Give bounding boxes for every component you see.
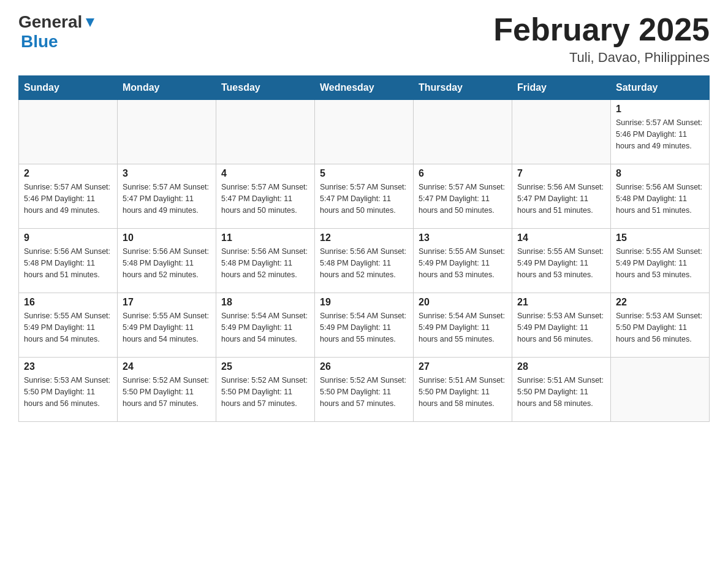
calendar-cell: 5Sunrise: 5:57 AM Sunset: 5:47 PM Daylig… <box>315 164 414 229</box>
svg-marker-0 <box>86 18 94 27</box>
logo-arrow-icon <box>83 16 97 29</box>
day-number: 11 <box>221 232 309 243</box>
day-info: Sunrise: 5:56 AM Sunset: 5:48 PM Dayligh… <box>221 246 309 280</box>
col-wednesday: Wednesday <box>315 76 414 100</box>
calendar-cell: 3Sunrise: 5:57 AM Sunset: 5:47 PM Daylig… <box>118 164 216 229</box>
calendar-cell: 22Sunrise: 5:53 AM Sunset: 5:50 PM Dayli… <box>611 293 710 358</box>
day-number: 8 <box>616 168 704 179</box>
col-tuesday: Tuesday <box>216 76 315 100</box>
calendar-cell: 20Sunrise: 5:54 AM Sunset: 5:49 PM Dayli… <box>414 293 512 358</box>
day-number: 9 <box>24 232 112 243</box>
day-number: 26 <box>320 361 408 372</box>
col-thursday: Thursday <box>414 76 512 100</box>
day-number: 16 <box>24 297 112 308</box>
day-number: 18 <box>221 297 309 308</box>
calendar-cell <box>19 100 118 164</box>
day-info: Sunrise: 5:52 AM Sunset: 5:50 PM Dayligh… <box>221 375 309 409</box>
day-number: 7 <box>517 168 605 179</box>
col-saturday: Saturday <box>611 76 710 100</box>
calendar-cell: 8Sunrise: 5:56 AM Sunset: 5:48 PM Daylig… <box>611 164 710 229</box>
day-number: 12 <box>320 232 408 243</box>
day-number: 2 <box>24 168 112 179</box>
day-info: Sunrise: 5:53 AM Sunset: 5:49 PM Dayligh… <box>517 310 605 345</box>
day-info: Sunrise: 5:53 AM Sunset: 5:50 PM Dayligh… <box>616 310 704 345</box>
day-number: 15 <box>616 232 704 243</box>
col-sunday: Sunday <box>19 76 118 100</box>
calendar-cell <box>512 100 611 164</box>
calendar-cell: 12Sunrise: 5:56 AM Sunset: 5:48 PM Dayli… <box>315 229 414 293</box>
calendar-cell: 11Sunrise: 5:56 AM Sunset: 5:48 PM Dayli… <box>216 229 315 293</box>
day-info: Sunrise: 5:54 AM Sunset: 5:49 PM Dayligh… <box>320 310 408 345</box>
day-info: Sunrise: 5:57 AM Sunset: 5:47 PM Dayligh… <box>123 182 211 216</box>
day-info: Sunrise: 5:57 AM Sunset: 5:46 PM Dayligh… <box>24 182 112 216</box>
calendar-cell: 27Sunrise: 5:51 AM Sunset: 5:50 PM Dayli… <box>414 358 512 422</box>
calendar-cell: 4Sunrise: 5:57 AM Sunset: 5:47 PM Daylig… <box>216 164 315 229</box>
calendar-cell: 21Sunrise: 5:53 AM Sunset: 5:49 PM Dayli… <box>512 293 611 358</box>
day-info: Sunrise: 5:56 AM Sunset: 5:48 PM Dayligh… <box>24 246 112 280</box>
week-row-2: 2Sunrise: 5:57 AM Sunset: 5:46 PM Daylig… <box>19 164 710 229</box>
day-number: 21 <box>517 297 605 308</box>
calendar-cell <box>118 100 216 164</box>
calendar-cell: 6Sunrise: 5:57 AM Sunset: 5:47 PM Daylig… <box>414 164 512 229</box>
col-monday: Monday <box>118 76 216 100</box>
day-info: Sunrise: 5:55 AM Sunset: 5:49 PM Dayligh… <box>24 310 112 345</box>
day-info: Sunrise: 5:52 AM Sunset: 5:50 PM Dayligh… <box>123 375 211 409</box>
week-row-4: 16Sunrise: 5:55 AM Sunset: 5:49 PM Dayli… <box>19 293 710 358</box>
calendar-cell: 15Sunrise: 5:55 AM Sunset: 5:49 PM Dayli… <box>611 229 710 293</box>
day-number: 23 <box>24 361 112 372</box>
day-number: 28 <box>517 361 605 372</box>
day-info: Sunrise: 5:56 AM Sunset: 5:47 PM Dayligh… <box>517 182 605 216</box>
day-number: 17 <box>123 297 211 308</box>
day-number: 5 <box>320 168 408 179</box>
day-number: 6 <box>419 168 507 179</box>
day-number: 13 <box>419 232 507 243</box>
calendar-cell <box>611 358 710 422</box>
calendar-cell: 26Sunrise: 5:52 AM Sunset: 5:50 PM Dayli… <box>315 358 414 422</box>
day-info: Sunrise: 5:56 AM Sunset: 5:48 PM Dayligh… <box>320 246 408 280</box>
calendar-cell <box>216 100 315 164</box>
calendar-cell: 23Sunrise: 5:53 AM Sunset: 5:50 PM Dayli… <box>19 358 118 422</box>
day-info: Sunrise: 5:51 AM Sunset: 5:50 PM Dayligh… <box>517 375 605 409</box>
calendar-cell: 14Sunrise: 5:55 AM Sunset: 5:49 PM Dayli… <box>512 229 611 293</box>
title-section: February 2025 Tuli, Davao, Philippines <box>493 12 710 66</box>
day-info: Sunrise: 5:56 AM Sunset: 5:48 PM Dayligh… <box>616 182 704 216</box>
calendar-table: Sunday Monday Tuesday Wednesday Thursday… <box>18 75 710 422</box>
calendar-cell <box>414 100 512 164</box>
calendar-cell: 18Sunrise: 5:54 AM Sunset: 5:49 PM Dayli… <box>216 293 315 358</box>
day-info: Sunrise: 5:55 AM Sunset: 5:49 PM Dayligh… <box>123 310 211 345</box>
day-info: Sunrise: 5:51 AM Sunset: 5:50 PM Dayligh… <box>419 375 507 409</box>
day-number: 27 <box>419 361 507 372</box>
day-number: 19 <box>320 297 408 308</box>
day-number: 22 <box>616 297 704 308</box>
week-row-3: 9Sunrise: 5:56 AM Sunset: 5:48 PM Daylig… <box>19 229 710 293</box>
calendar-cell: 13Sunrise: 5:55 AM Sunset: 5:49 PM Dayli… <box>414 229 512 293</box>
day-number: 1 <box>616 104 704 115</box>
week-row-5: 23Sunrise: 5:53 AM Sunset: 5:50 PM Dayli… <box>19 358 710 422</box>
day-number: 10 <box>123 232 211 243</box>
calendar-cell: 1Sunrise: 5:57 AM Sunset: 5:46 PM Daylig… <box>611 100 710 164</box>
calendar-cell <box>315 100 414 164</box>
day-number: 4 <box>221 168 309 179</box>
logo-general-text: General <box>18 12 82 32</box>
logo: General Blue <box>18 12 97 52</box>
day-info: Sunrise: 5:54 AM Sunset: 5:49 PM Dayligh… <box>419 310 507 345</box>
calendar-cell: 17Sunrise: 5:55 AM Sunset: 5:49 PM Dayli… <box>118 293 216 358</box>
day-info: Sunrise: 5:55 AM Sunset: 5:49 PM Dayligh… <box>616 246 704 280</box>
day-info: Sunrise: 5:56 AM Sunset: 5:48 PM Dayligh… <box>123 246 211 280</box>
calendar-cell: 19Sunrise: 5:54 AM Sunset: 5:49 PM Dayli… <box>315 293 414 358</box>
day-number: 14 <box>517 232 605 243</box>
calendar-cell: 7Sunrise: 5:56 AM Sunset: 5:47 PM Daylig… <box>512 164 611 229</box>
day-info: Sunrise: 5:55 AM Sunset: 5:49 PM Dayligh… <box>517 246 605 280</box>
calendar-cell: 25Sunrise: 5:52 AM Sunset: 5:50 PM Dayli… <box>216 358 315 422</box>
calendar-cell: 10Sunrise: 5:56 AM Sunset: 5:48 PM Dayli… <box>118 229 216 293</box>
week-row-1: 1Sunrise: 5:57 AM Sunset: 5:46 PM Daylig… <box>19 100 710 164</box>
day-number: 20 <box>419 297 507 308</box>
day-info: Sunrise: 5:57 AM Sunset: 5:47 PM Dayligh… <box>221 182 309 216</box>
day-number: 24 <box>123 361 211 372</box>
logo-blue-text: Blue <box>21 32 58 51</box>
location-subtitle: Tuli, Davao, Philippines <box>493 50 710 66</box>
calendar-cell: 9Sunrise: 5:56 AM Sunset: 5:48 PM Daylig… <box>19 229 118 293</box>
calendar-cell: 2Sunrise: 5:57 AM Sunset: 5:46 PM Daylig… <box>19 164 118 229</box>
calendar-cell: 24Sunrise: 5:52 AM Sunset: 5:50 PM Dayli… <box>118 358 216 422</box>
day-number: 3 <box>123 168 211 179</box>
